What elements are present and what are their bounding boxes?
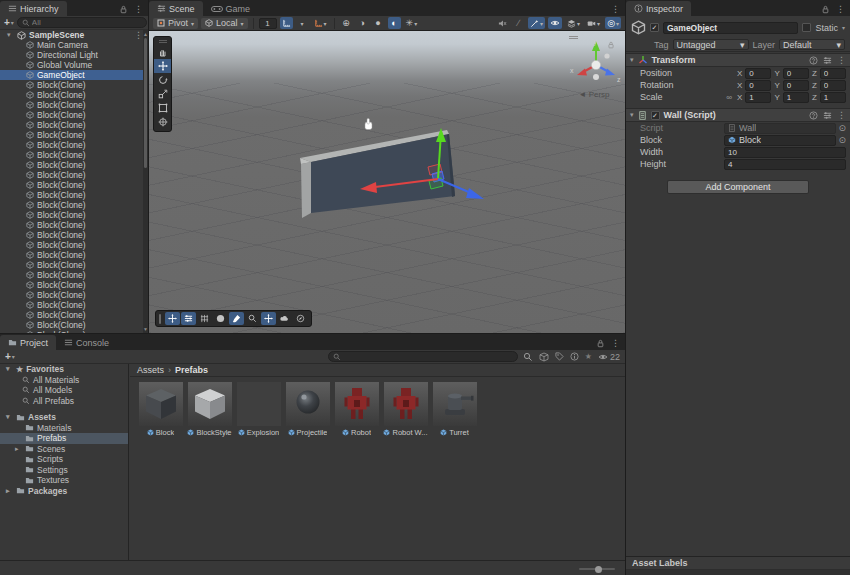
orientation-dropdown[interactable]: Local▾	[201, 18, 248, 29]
hierarchy-item[interactable]: GameObject	[0, 70, 143, 80]
position-z-field[interactable]	[820, 68, 846, 79]
lighting-toggle-button[interactable]: ●	[372, 17, 385, 29]
create-asset-button[interactable]: +▾	[5, 351, 15, 362]
script-enabled-checkbox[interactable]: ✓	[651, 111, 660, 120]
foldout-icon[interactable]: ▾	[6, 413, 13, 421]
presets-icon[interactable]	[823, 111, 832, 120]
width-field[interactable]	[724, 147, 846, 158]
layers-overlay-button[interactable]	[181, 312, 196, 325]
wall-side-face[interactable]	[301, 162, 311, 218]
rotation-y-field[interactable]	[783, 80, 809, 91]
hierarchy-item[interactable]: Block(Clone)	[0, 320, 143, 330]
block-object-field[interactable]: Block	[724, 135, 836, 146]
asset-tile[interactable]: Turret	[431, 382, 478, 437]
foldout-icon[interactable]: ▸	[15, 445, 22, 453]
hierarchy-item[interactable]: Block(Clone)	[0, 120, 143, 130]
tab-scene[interactable]: Scene	[149, 1, 203, 16]
gameobject-cube-icon[interactable]	[631, 20, 646, 35]
scroll-up-icon[interactable]: ▲	[143, 30, 148, 38]
favorites-root[interactable]: ▾ ★ Favorites	[0, 364, 128, 375]
position-x-field[interactable]	[745, 68, 771, 79]
search-overlay-button[interactable]	[245, 312, 260, 325]
foldout-icon[interactable]: ▾	[6, 365, 13, 373]
camera-settings-button[interactable]: ▾	[585, 17, 602, 29]
kebab-menu-icon[interactable]: ⋮	[134, 5, 143, 14]
scale-z-field[interactable]	[820, 92, 846, 103]
asset-thumbnail[interactable]	[335, 382, 379, 426]
hierarchy-item[interactable]: Global Volume	[0, 60, 143, 70]
hierarchy-item[interactable]: Block(Clone)	[0, 80, 143, 90]
foldout-icon[interactable]: ▾	[630, 56, 634, 64]
label-filter-icon[interactable]	[555, 352, 564, 361]
overlay-drag-handle[interactable]	[159, 314, 161, 324]
hidden-objects-button[interactable]: ∕	[512, 17, 525, 29]
rotation-x-field[interactable]	[745, 80, 771, 91]
asset-tile[interactable]: Projectile	[284, 382, 331, 437]
add-component-button[interactable]: Add Component	[667, 180, 809, 194]
project-search-input[interactable]	[343, 352, 513, 361]
tab-game[interactable]: Game	[203, 1, 259, 16]
snap-overlay-button[interactable]	[261, 312, 276, 325]
layers-dropdown-button[interactable]: ▾	[565, 17, 582, 29]
sidebar-folder-scripts[interactable]: Scripts	[0, 454, 128, 465]
hierarchy-item[interactable]: Block(Clone)	[0, 180, 143, 190]
move-overlay-button[interactable]	[165, 312, 180, 325]
scrollbar-thumb[interactable]	[144, 38, 147, 168]
sidebar-folder-prefabs[interactable]: Prefabs	[0, 433, 128, 444]
scale-y-field[interactable]	[783, 92, 809, 103]
favorites-item[interactable]: All Prefabs	[0, 396, 128, 407]
object-picker-icon[interactable]: ⊙	[838, 124, 846, 133]
hierarchy-item[interactable]: Block(Clone)	[0, 220, 143, 230]
shading-overlay-button[interactable]	[213, 312, 228, 325]
kebab-menu-icon[interactable]: ⋮	[611, 5, 620, 14]
kebab-menu-icon[interactable]: ⋮	[837, 111, 846, 120]
wall-component-header[interactable]: ▾ ✓ Wall (Script) ⋮	[626, 108, 850, 122]
view-tool-button[interactable]	[154, 45, 171, 59]
hierarchy-item[interactable]: Block(Clone)	[0, 280, 143, 290]
tag-dropdown[interactable]: Untagged▾	[673, 39, 749, 50]
mute-audio-button[interactable]	[496, 17, 509, 29]
asset-thumbnail[interactable]	[433, 382, 477, 426]
effects-visibility-button[interactable]: ▾	[528, 17, 545, 29]
rect-tool-button[interactable]	[154, 101, 171, 115]
cloud-overlay-button[interactable]	[277, 312, 292, 325]
hierarchy-item[interactable]: Block(Clone)	[0, 300, 143, 310]
gizmo-z-cone[interactable]	[605, 69, 615, 76]
rotate-tool-button[interactable]	[154, 73, 171, 87]
script-object-field[interactable]: Wall	[724, 123, 836, 134]
move-tool-button[interactable]	[154, 59, 171, 73]
scale-tool-button[interactable]	[154, 87, 171, 101]
sidebar-folder-settings[interactable]: Settings	[0, 465, 128, 476]
2d-toggle-button[interactable]: ◑	[356, 17, 369, 29]
increment-snap-button[interactable]: ▾	[312, 17, 329, 29]
gizmo-center[interactable]	[591, 60, 600, 69]
scale-x-field[interactable]	[745, 92, 771, 103]
tab-project[interactable]: Project	[0, 335, 56, 350]
hierarchy-scrollbar[interactable]: ▲ ▼	[143, 30, 148, 333]
hierarchy-scene-row[interactable]: ▾ SampleScene ⋮	[0, 30, 143, 40]
scene-viewport[interactable]: y x z ◄ Persp	[149, 31, 625, 333]
create-object-button[interactable]: +▾	[4, 17, 14, 28]
hierarchy-item[interactable]: Block(Clone)	[0, 310, 143, 320]
active-checkbox[interactable]: ✓	[650, 23, 659, 32]
grid-overlay-button[interactable]	[197, 312, 212, 325]
orientation-gizmo[interactable]: y x z	[566, 33, 625, 91]
kebab-menu-icon[interactable]: ⋮	[134, 31, 143, 40]
asset-thumbnail[interactable]	[286, 382, 330, 426]
gameobject-name-field[interactable]	[663, 22, 798, 34]
navigation-overlay-button[interactable]	[293, 312, 308, 325]
lock-icon[interactable]	[119, 5, 128, 14]
info-icon[interactable]	[570, 352, 579, 361]
hierarchy-item[interactable]: Block(Clone)	[0, 150, 143, 160]
grid-snap-dropdown[interactable]: ▾	[296, 17, 309, 29]
hierarchy-search-input[interactable]	[32, 18, 142, 27]
effects-dropdown-button[interactable]: ✳▾	[404, 17, 420, 29]
kebab-menu-icon[interactable]: ⋮	[837, 56, 846, 65]
assets-root[interactable]: ▾ Assets	[0, 412, 128, 423]
favorites-item[interactable]: All Materials	[0, 375, 128, 386]
sidebar-folder-materials[interactable]: Materials	[0, 423, 128, 434]
tab-hierarchy[interactable]: Hierarchy	[0, 1, 67, 16]
package-filter-icon[interactable]	[539, 352, 549, 362]
hierarchy-item[interactable]: Main Camera	[0, 40, 143, 50]
hierarchy-item[interactable]: Block(Clone)	[0, 200, 143, 210]
